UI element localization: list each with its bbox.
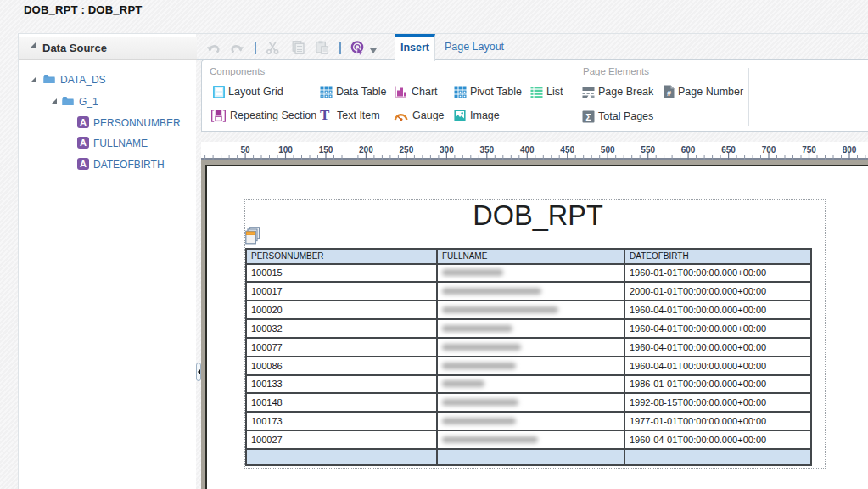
svg-text:700: 700	[762, 145, 776, 155]
svg-text:200: 200	[359, 145, 373, 155]
svg-text:800: 800	[843, 145, 857, 155]
svg-text:500: 500	[601, 145, 615, 155]
svg-text:100: 100	[278, 145, 293, 155]
svg-text:400: 400	[520, 145, 535, 155]
svg-text:250: 250	[400, 145, 414, 155]
svg-text:600: 600	[681, 145, 696, 155]
svg-text:Σ: Σ	[585, 112, 591, 122]
svg-text:50: 50	[241, 145, 251, 155]
svg-text:550: 550	[641, 145, 655, 155]
svg-text:450: 450	[560, 145, 574, 155]
svg-text:300: 300	[440, 145, 454, 155]
svg-text:650: 650	[721, 145, 736, 155]
svg-text:#: #	[667, 89, 671, 98]
svg-text:750: 750	[802, 145, 816, 155]
svg-text:150: 150	[319, 145, 333, 155]
svg-text:350: 350	[479, 145, 494, 155]
